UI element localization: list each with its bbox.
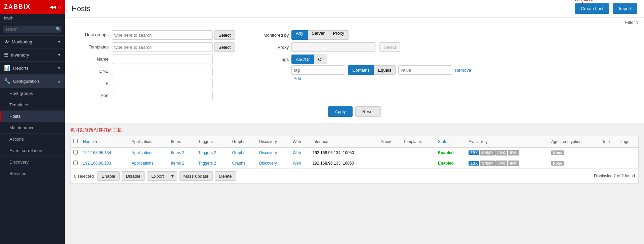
- tags-and-or-button[interactable]: And/Or: [291, 55, 314, 64]
- row1-checkbox[interactable]: [73, 150, 78, 154]
- apply-button[interactable]: Apply: [328, 106, 353, 117]
- row1-web-link[interactable]: Web: [293, 150, 301, 155]
- th-tags: Tags: [618, 136, 639, 148]
- sidebar-item-inventory[interactable]: ☰ Inventory ▼: [0, 48, 65, 62]
- tag-equals-button[interactable]: Equals: [374, 65, 396, 75]
- expand-icon[interactable]: □: [58, 4, 61, 9]
- row2-graphs-cell: Graphs: [230, 158, 256, 169]
- tag-add-link[interactable]: Add: [293, 76, 301, 81]
- annotation-modify: 也可以修改创建好的主机: [70, 127, 639, 133]
- sidebar-item-discovery[interactable]: Discovery: [0, 156, 65, 168]
- tag-name-input[interactable]: [291, 65, 345, 75]
- row2-web-link[interactable]: Web: [293, 161, 301, 166]
- th-availability: Availability: [466, 136, 549, 148]
- search-input[interactable]: [5, 27, 56, 32]
- row1-graphs-link[interactable]: Graphs: [232, 150, 245, 155]
- filter-content: Host groups Select Templates Select Name: [65, 27, 644, 124]
- monitored-by-server-button[interactable]: Server: [308, 30, 329, 40]
- row2-tags-cell: [618, 158, 639, 169]
- filter-port-row: Port: [75, 91, 235, 100]
- row2-items-link[interactable]: Items 2: [171, 161, 184, 166]
- sidebar-item-services[interactable]: Services: [0, 168, 65, 179]
- host-groups-input[interactable]: [112, 30, 213, 40]
- import-button[interactable]: Import: [613, 3, 637, 14]
- row1-applications-link[interactable]: Applications: [132, 150, 154, 155]
- sidebar-item-host-groups[interactable]: Host groups: [0, 88, 65, 99]
- sidebar-item-event-correlation[interactable]: Event correlation: [0, 145, 65, 156]
- templates-input[interactable]: [112, 42, 213, 52]
- sidebar-item-actions[interactable]: Actions: [0, 134, 65, 145]
- mass-update-button[interactable]: Mass update: [179, 171, 213, 181]
- row2-discovery-cell: Discovery: [256, 158, 290, 169]
- sidebar-item-monitoring[interactable]: 👁 Monitoring ▼: [0, 36, 65, 48]
- monitored-by-any-button[interactable]: Any: [291, 30, 308, 40]
- filter-ip-row: IP: [75, 79, 235, 88]
- templates-select-button[interactable]: Select: [214, 42, 235, 52]
- row1-discovery-link[interactable]: Discovery: [259, 150, 277, 155]
- row2-applications-cell: Applications: [129, 158, 168, 169]
- name-input[interactable]: [112, 55, 213, 64]
- row1-triggers-cell: Triggers 2: [195, 147, 229, 158]
- chevron-up-icon: ▲: [57, 79, 61, 83]
- filter-icon[interactable]: ▿: [636, 20, 639, 25]
- row1-items-link[interactable]: Items 2: [171, 150, 184, 155]
- host-groups-select-button[interactable]: Select: [214, 30, 235, 40]
- monitored-by-proxy-button[interactable]: Proxy: [329, 30, 349, 40]
- filter-right: Monitored by Any Server Proxy Proxy Sele…: [255, 30, 471, 103]
- row2-proxy-cell: [378, 158, 401, 169]
- row1-name-cell: 192.168.96.134: [80, 147, 129, 158]
- sidebar-item-reports[interactable]: 📊 Reports ▼: [0, 62, 65, 75]
- row2-encryption-cell: None: [549, 158, 600, 169]
- row1-triggers-link[interactable]: Triggers 2: [198, 150, 216, 155]
- th-status: Status: [435, 136, 466, 148]
- row2-interface-cell: 192.168.96.133: 10050: [310, 158, 378, 169]
- th-interface: Interface: [310, 136, 378, 148]
- tags-or-button[interactable]: Or: [314, 55, 327, 64]
- tag-op-group: Contains Equals: [348, 65, 396, 75]
- row2-name-link[interactable]: 192.168.96.133: [83, 161, 111, 166]
- filter-left: Host groups Select Templates Select Name: [75, 30, 235, 103]
- delete-button[interactable]: Delete: [215, 171, 236, 181]
- sidebar-item-hosts[interactable]: Hosts: [0, 111, 65, 122]
- row2-triggers-link[interactable]: Triggers 2: [198, 161, 216, 166]
- dns-input[interactable]: [112, 67, 213, 76]
- row1-encryption-cell: None: [549, 147, 600, 158]
- enable-button[interactable]: Enable: [97, 171, 119, 181]
- tag-contains-button[interactable]: Contains: [348, 65, 374, 75]
- row2-none-badge: None: [551, 161, 564, 166]
- tag-remove-link[interactable]: Remove: [455, 68, 471, 73]
- th-applications: Applications: [129, 136, 168, 148]
- disable-button[interactable]: Disable: [122, 171, 145, 181]
- row2-applications-link[interactable]: Applications: [132, 161, 154, 166]
- export-button[interactable]: Export: [147, 171, 168, 181]
- filter-host-groups-row: Host groups Select: [75, 30, 235, 40]
- reset-button[interactable]: Reset: [355, 106, 381, 117]
- sidebar-item-inventory-label: Inventory: [11, 53, 29, 58]
- row2-checkbox[interactable]: [73, 161, 78, 165]
- table-row: 192.168.96.134 Applications Items 2 Trig…: [71, 147, 639, 158]
- row2-ipmi-badge: IPMI: [508, 161, 520, 166]
- selected-count: 0 selected: [74, 174, 94, 179]
- host-groups-label: Host groups: [9, 91, 33, 96]
- export-dropdown-button[interactable]: ▼: [168, 171, 177, 181]
- sidebar-item-templates[interactable]: Templates: [0, 99, 65, 111]
- services-label: Services: [9, 171, 26, 176]
- th-name[interactable]: Name ▼: [80, 136, 129, 148]
- port-input[interactable]: [112, 91, 213, 100]
- main-content: Hosts 添加主机 ↑ Create host Import Filter ▿…: [65, 0, 644, 244]
- sort-icon: ▼: [95, 140, 98, 144]
- sidebar-item-maintenance[interactable]: Maintenance: [0, 122, 65, 134]
- collapse-icon[interactable]: ◀◀: [49, 4, 56, 9]
- row2-discovery-link[interactable]: Discovery: [259, 161, 277, 166]
- sidebar-item-configuration[interactable]: 🔧 Configuration ▲: [0, 75, 65, 88]
- row1-name-link[interactable]: 192.168.96.134: [83, 150, 111, 155]
- create-host-button[interactable]: Create host: [575, 3, 609, 14]
- ip-input[interactable]: [112, 79, 213, 88]
- filter-name-label: Name: [75, 55, 112, 62]
- tag-value-input[interactable]: [398, 65, 452, 75]
- monitoring-icon: 👁: [4, 39, 9, 45]
- row2-graphs-link[interactable]: Graphs: [232, 161, 245, 166]
- select-all-checkbox[interactable]: [73, 139, 78, 143]
- filter-proxy-row: Proxy Select: [255, 42, 471, 52]
- sidebar-header: ZABBIX ◀◀ □: [0, 0, 65, 14]
